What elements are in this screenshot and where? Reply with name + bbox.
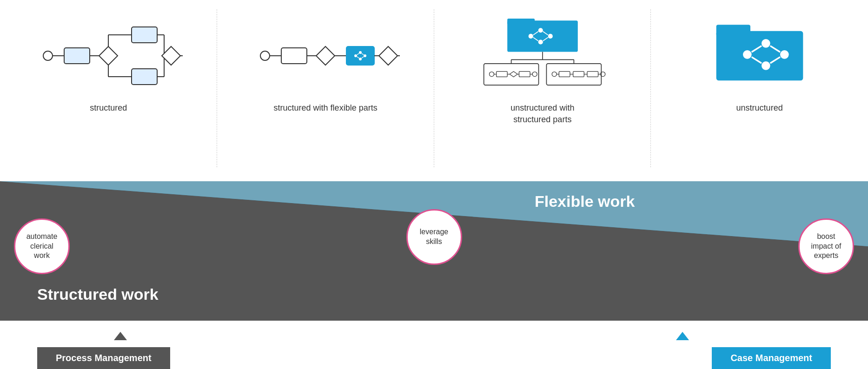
- top-section: structured: [0, 0, 868, 177]
- diagram-unstructured-structured: [468, 19, 617, 93]
- diagram-structured-flexible: [251, 19, 400, 93]
- svg-point-28: [364, 54, 366, 57]
- diagram-column-unstructured: unstructured: [651, 0, 868, 177]
- diagram-column-unstructured-structured: unstructured with structured parts: [434, 0, 651, 177]
- case-management-box: Case Management: [712, 347, 831, 369]
- svg-text:Flexible work: Flexible work: [535, 192, 635, 210]
- svg-marker-4: [99, 46, 118, 65]
- wedge-container: Structured work Flexible work automate c…: [0, 177, 868, 321]
- svg-point-0: [43, 51, 53, 60]
- svg-rect-25: [346, 46, 374, 65]
- svg-marker-23: [316, 46, 335, 65]
- diagram-label-structured-flexible: structured with flexible parts: [274, 102, 378, 114]
- svg-point-26: [354, 54, 357, 57]
- svg-rect-39: [507, 20, 578, 52]
- svg-text:Structured work: Structured work: [37, 285, 159, 303]
- svg-point-42: [538, 28, 543, 33]
- arrow-process-management: [114, 332, 127, 340]
- arrow-case-management: [676, 332, 689, 340]
- badge-automate: automate clerical work: [14, 218, 70, 274]
- svg-rect-9: [132, 27, 157, 43]
- diagram-column-structured-flexible: structured with flexible parts: [217, 0, 434, 177]
- process-management-label: Process Management: [37, 347, 170, 369]
- badge-boost: boost impact of experts: [798, 218, 854, 274]
- bottom-section: Structured work Flexible work automate c…: [0, 177, 868, 369]
- svg-rect-74: [716, 25, 750, 36]
- svg-rect-40: [507, 19, 535, 25]
- svg-rect-66: [573, 72, 584, 77]
- svg-point-43: [548, 34, 553, 39]
- svg-rect-10: [132, 69, 157, 85]
- svg-point-76: [762, 39, 770, 48]
- svg-rect-57: [519, 72, 530, 77]
- svg-rect-55: [497, 72, 508, 77]
- case-management-label: Case Management: [712, 347, 831, 369]
- diagram-label-unstructured: unstructured: [736, 102, 783, 114]
- badge-leverage: leverage skills: [406, 209, 462, 265]
- diagram-label-unstructured-structured: unstructured with structured parts: [510, 102, 574, 125]
- svg-point-44: [538, 40, 543, 44]
- svg-point-29: [359, 58, 362, 60]
- svg-point-78: [762, 61, 770, 70]
- diagram-label-structured: structured: [90, 102, 127, 114]
- svg-point-27: [359, 51, 362, 54]
- svg-rect-2: [64, 48, 90, 64]
- svg-point-19: [260, 51, 270, 60]
- svg-rect-67: [587, 72, 598, 77]
- svg-marker-35: [379, 46, 398, 65]
- svg-point-75: [743, 50, 752, 59]
- svg-rect-65: [559, 72, 570, 77]
- diagram-unstructured: [685, 19, 834, 93]
- svg-rect-73: [716, 31, 803, 81]
- svg-rect-21: [281, 48, 307, 64]
- svg-point-77: [780, 50, 789, 59]
- svg-point-41: [529, 34, 533, 39]
- diagram-column-structured: structured: [0, 0, 217, 177]
- process-management-box: Process Management: [37, 347, 170, 369]
- diagram-structured: [34, 19, 183, 93]
